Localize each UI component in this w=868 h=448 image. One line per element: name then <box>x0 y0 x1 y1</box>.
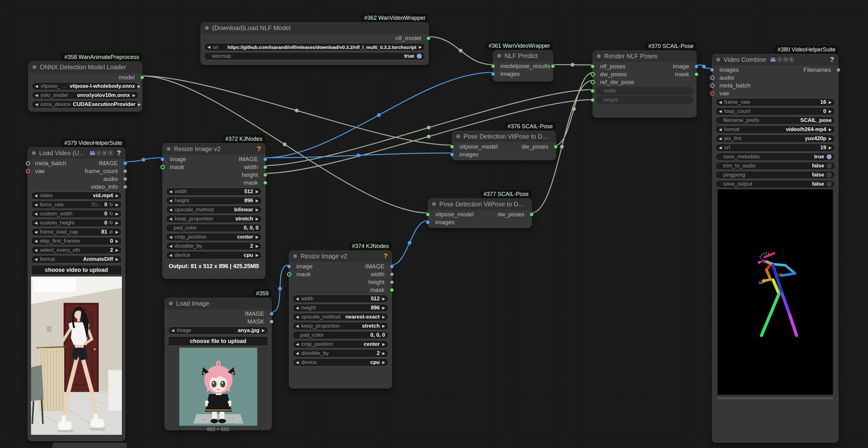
combo-right-arrow-icon[interactable]: ▶ <box>137 84 141 88</box>
widget-pill[interactable]: ◀loop_count0▶ <box>715 107 835 115</box>
combo-left-arrow-icon[interactable]: ◀ <box>296 324 299 328</box>
widget-keep_proportion[interactable]: ◀keep_proportionstretch▶ <box>166 215 262 223</box>
wire-midpoint-dot[interactable] <box>278 287 282 291</box>
widget-crop_position[interactable]: ◀crop_positioncenter▶ <box>292 340 389 348</box>
collapse-dot-icon[interactable] <box>597 54 601 58</box>
input-pin[interactable] <box>160 157 164 161</box>
collapse-dot-icon[interactable] <box>169 302 173 305</box>
widget-upscale_method[interactable]: ◀upscale_methodnearest-exact▶ <box>292 313 389 321</box>
output-pin[interactable] <box>263 181 267 185</box>
input-pin[interactable] <box>491 72 495 76</box>
input-pin[interactable] <box>26 169 30 173</box>
widget-force_rate[interactable]: ◀force_rate30←0↻▶ <box>31 201 122 209</box>
widget-height[interactable]: ◀height896▶ <box>166 197 262 205</box>
node-pose-376[interactable]: #376 SCAIL-PosePose Detection VitPose to… <box>452 131 556 160</box>
widget-pill[interactable]: ◀width512▶ <box>166 187 262 196</box>
node-resize-374[interactable]: #374 KJNodesResize Image v2?imageIMAGEma… <box>289 250 392 388</box>
combo-left-arrow-icon[interactable]: ◀ <box>719 137 722 141</box>
input-pin[interactable] <box>450 145 454 149</box>
combo-right-arrow-icon[interactable]: ▶ <box>256 199 258 203</box>
partial-node[interactable] <box>53 443 127 448</box>
combo-right-arrow-icon[interactable]: ▶ <box>829 127 832 132</box>
wire-midpoint-dot[interactable] <box>570 63 575 67</box>
refresh-icon[interactable]: ↻ <box>109 211 113 217</box>
input-pin[interactable] <box>591 98 595 102</box>
widget-frame_load_cap[interactable]: ◀frame_load_cap81⊘▶ <box>31 228 122 236</box>
combo-right-arrow-icon[interactable]: ▶ <box>116 203 119 207</box>
combo-right-arrow-icon[interactable]: ▶ <box>256 217 258 221</box>
widget-trim_to_audio[interactable]: trim_to_audiofalse <box>715 162 835 170</box>
node-render-nlf[interactable]: #370 SCAIL-PoseRender NLF Posesnlf_poses… <box>593 51 696 118</box>
widget-format[interactable]: ◀formatvideo/h264-mp4▶ <box>715 125 835 133</box>
combo-left-arrow-icon[interactable]: ◀ <box>296 297 299 301</box>
combo-right-arrow-icon[interactable]: ▶ <box>138 102 141 107</box>
widget-save_metadata[interactable]: save_metadatatrue <box>715 153 835 161</box>
output-pin[interactable] <box>551 64 555 68</box>
widget-pingpong[interactable]: pingpongfalse <box>715 171 835 179</box>
combo-right-arrow-icon[interactable]: ▶ <box>116 239 119 243</box>
widget-pill[interactable]: ◀onnx_deviceCUDAExecutionProvider▶ <box>32 100 139 109</box>
widget-crf[interactable]: ◀crf19▶ <box>715 144 835 152</box>
combo-left-arrow-icon[interactable]: ◀ <box>34 212 37 216</box>
combo-left-arrow-icon[interactable]: ◀ <box>35 102 38 107</box>
output-pin[interactable] <box>263 157 267 161</box>
video-scrub-bar[interactable] <box>717 397 833 399</box>
widget-height[interactable]: ◀height896▶ <box>292 304 389 312</box>
combo-right-arrow-icon[interactable]: ▶ <box>116 212 119 216</box>
output-pin[interactable] <box>123 161 127 165</box>
widget-width[interactable]: ◀width512▶ <box>166 187 262 196</box>
combo-right-arrow-icon[interactable]: ▶ <box>829 100 832 104</box>
output-pin[interactable] <box>263 173 267 177</box>
toggle-dot-icon[interactable] <box>827 154 832 159</box>
collapse-dot-icon[interactable] <box>497 54 501 58</box>
node-nlf-predict[interactable]: #361 WanVideoWrapperNLF Predictmodelpose… <box>493 50 553 82</box>
widget-select_every_nth[interactable]: ◀select_every_nth2▶ <box>31 246 122 254</box>
combo-right-arrow-icon[interactable]: ▶ <box>256 235 258 239</box>
combo-right-arrow-icon[interactable]: ▶ <box>116 221 119 225</box>
output-pin[interactable] <box>140 75 144 79</box>
combo-left-arrow-icon[interactable]: ◀ <box>169 208 172 212</box>
node-header[interactable]: (Download)Load NLF Model <box>201 23 428 34</box>
collapse-dot-icon[interactable] <box>33 65 36 69</box>
node-load-image[interactable]: #359Load ImageIMAGEMASK◀imageanya.jpg▶ch… <box>164 298 272 430</box>
widget-warmup[interactable]: warmuptrue <box>204 52 425 60</box>
output-pin[interactable] <box>270 320 274 324</box>
help-icon[interactable]: ? <box>830 56 834 64</box>
help-icon[interactable]: ? <box>117 149 121 157</box>
collapse-dot-icon[interactable] <box>32 151 36 155</box>
wire-midpoint-dot[interactable] <box>427 135 431 139</box>
input-pin[interactable] <box>426 220 430 224</box>
combo-right-arrow-icon[interactable]: ▶ <box>419 45 422 49</box>
widget-pill[interactable]: ◀crf19▶ <box>715 144 835 152</box>
combo-right-arrow-icon[interactable]: ▶ <box>382 297 385 301</box>
widget-pill[interactable]: pad_color0, 0, 0 <box>292 331 389 339</box>
widget-vitpose_[interactable]: ◀vitpose_ …vitpose-l-wholebody.onnx▶ <box>32 82 139 90</box>
widget-pill[interactable]: ◀height896▶ <box>292 304 389 312</box>
node-header[interactable]: NLF Predict <box>493 51 553 61</box>
input-pin[interactable] <box>160 165 165 169</box>
combo-left-arrow-icon[interactable]: ◀ <box>296 342 299 347</box>
output-pin[interactable] <box>123 177 127 181</box>
combo-right-arrow-icon[interactable]: ▶ <box>116 257 119 262</box>
combo-left-arrow-icon[interactable]: ◀ <box>35 93 38 97</box>
input-pin[interactable] <box>287 264 291 268</box>
combo-right-arrow-icon[interactable]: ▶ <box>262 328 265 333</box>
input-pin[interactable] <box>591 80 595 84</box>
combo-right-arrow-icon[interactable]: ▶ <box>382 342 385 347</box>
input-pin[interactable] <box>710 76 714 80</box>
combo-right-arrow-icon[interactable]: ▶ <box>116 230 119 234</box>
widget-save_output[interactable]: save_outputfalse <box>715 180 835 188</box>
widget-yolo_model[interactable]: ◀yolo_modelonnx\yolov10m.onnx▶ <box>32 91 139 99</box>
toggle-pill[interactable]: warmuptrue <box>204 52 425 60</box>
output-pin[interactable] <box>390 272 394 276</box>
combo-left-arrow-icon[interactable]: ◀ <box>34 248 37 252</box>
output-pin[interactable] <box>390 280 394 284</box>
node-header[interactable]: Resize Image v2? <box>163 144 265 155</box>
combo-left-arrow-icon[interactable]: ◀ <box>169 253 172 258</box>
combo-right-arrow-icon[interactable]: ▶ <box>829 146 832 150</box>
widget-crop_position[interactable]: ◀crop_positioncenter▶ <box>166 233 262 241</box>
collapse-dot-icon[interactable] <box>167 147 170 151</box>
widget-video[interactable]: ◀videovid.mp4▶ <box>31 191 122 200</box>
widget-pill[interactable]: ◀upscale_methodbilinear▶ <box>166 206 262 214</box>
node-header[interactable]: Load Video (Upload)VHS? <box>28 148 125 159</box>
